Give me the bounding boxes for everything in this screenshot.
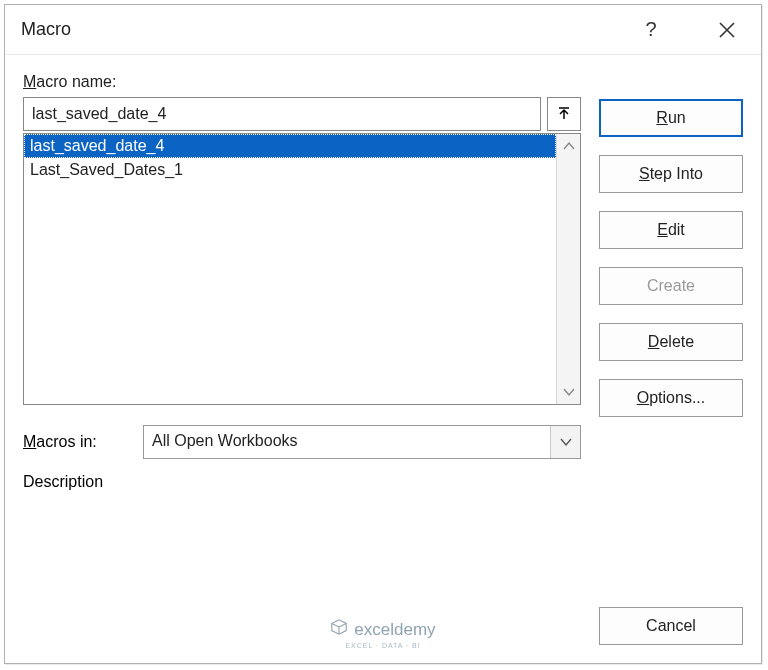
- dialog-title: Macro: [21, 19, 71, 40]
- macro-list[interactable]: last_saved_date_4Last_Saved_Dates_1: [24, 134, 556, 404]
- run-button[interactable]: Run: [599, 99, 743, 137]
- macro-name-row: [23, 97, 581, 131]
- help-button[interactable]: ?: [631, 10, 671, 50]
- macro-name-label: Macro name:: [23, 73, 581, 91]
- chevron-down-icon: [560, 437, 572, 447]
- macros-in-combo[interactable]: All Open Workbooks: [143, 425, 581, 459]
- left-panel: Macro name: last_saved_date_4Last_Saved_…: [23, 73, 581, 653]
- macro-dialog: Macro ? Macro name:: [4, 4, 762, 664]
- titlebar: Macro ?: [5, 5, 761, 55]
- edit-button[interactable]: Edit: [599, 211, 743, 249]
- options-button[interactable]: Options...: [599, 379, 743, 417]
- macro-list-item[interactable]: Last_Saved_Dates_1: [24, 158, 556, 182]
- close-button[interactable]: [707, 10, 747, 50]
- combo-dropdown-button[interactable]: [550, 426, 580, 458]
- macro-list-item[interactable]: last_saved_date_4: [24, 134, 556, 158]
- close-icon: [718, 21, 736, 39]
- macros-in-label: Macros in:: [23, 433, 133, 451]
- footer: Cancel: [599, 607, 743, 645]
- dialog-body: Macro name: last_saved_date_4Last_Saved_…: [5, 55, 761, 663]
- macro-listbox[interactable]: last_saved_date_4Last_Saved_Dates_1: [23, 133, 581, 405]
- titlebar-controls: ?: [631, 10, 747, 50]
- delete-button[interactable]: Delete: [599, 323, 743, 361]
- macros-in-row: Macros in: All Open Workbooks: [23, 425, 581, 459]
- macro-name-input[interactable]: [23, 97, 541, 131]
- assign-button[interactable]: [547, 97, 581, 131]
- description-label: Description: [23, 473, 581, 491]
- list-scrollbar[interactable]: [556, 134, 580, 404]
- cancel-button[interactable]: Cancel: [599, 607, 743, 645]
- arrow-up-icon: [556, 106, 572, 122]
- scroll-down-icon[interactable]: [563, 384, 575, 400]
- step-into-button[interactable]: Step Into: [599, 155, 743, 193]
- button-column: Run Step Into Edit Create Delete Options…: [599, 99, 743, 653]
- create-button: Create: [599, 267, 743, 305]
- scroll-up-icon[interactable]: [563, 138, 575, 154]
- macros-in-value: All Open Workbooks: [144, 426, 550, 458]
